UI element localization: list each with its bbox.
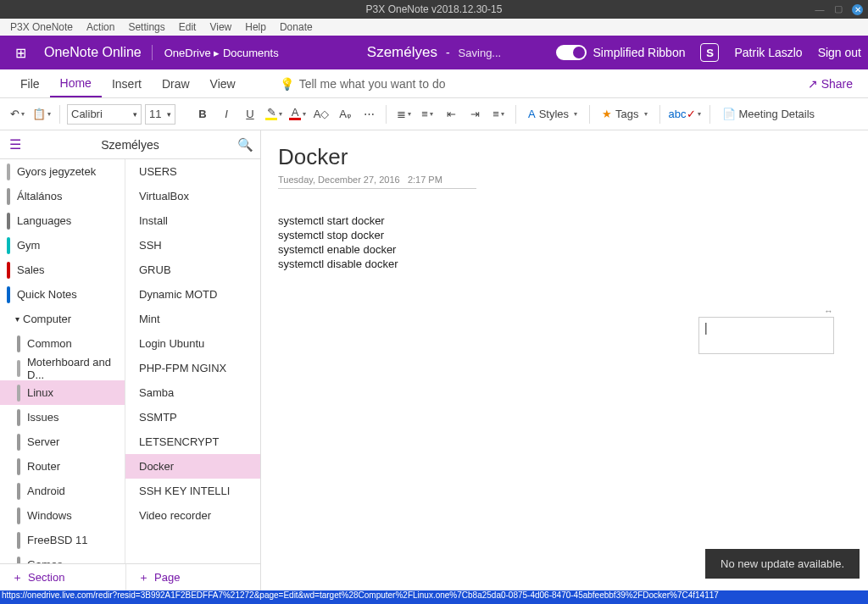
- meeting-details-button[interactable]: 📄Meeting Details: [717, 104, 821, 125]
- section-item[interactable]: Sales: [0, 258, 125, 282]
- indent-button[interactable]: ⇥: [465, 104, 485, 125]
- format-painter-button[interactable]: Aᵩ: [335, 104, 355, 125]
- plus-icon: ＋: [12, 570, 23, 585]
- notebook-name[interactable]: Személyes: [367, 44, 437, 61]
- app-launcher-icon[interactable]: ⊞: [7, 45, 34, 61]
- section-item[interactable]: Router: [0, 454, 125, 479]
- menu-action[interactable]: Action: [80, 21, 121, 33]
- italic-button[interactable]: I: [216, 104, 236, 125]
- section-item[interactable]: Linux: [0, 380, 125, 405]
- tab-home[interactable]: Home: [50, 69, 102, 97]
- section-item[interactable]: Quick Notes: [0, 282, 125, 307]
- add-section-button[interactable]: ＋Section: [0, 564, 125, 590]
- page-item[interactable]: SSMTP: [125, 405, 260, 429]
- section-item[interactable]: Gym: [0, 233, 125, 258]
- close-icon[interactable]: ✕: [852, 4, 863, 15]
- section-item[interactable]: Common: [0, 331, 125, 356]
- page-item[interactable]: USERS: [125, 159, 260, 184]
- page-item[interactable]: Mint: [125, 307, 260, 331]
- menu-edit[interactable]: Edit: [172, 21, 203, 33]
- font-color-button[interactable]: A: [287, 104, 308, 125]
- ribbon-toolbar: ↶ 📋 Calibri▾ 11▾ B I U ✎ A A◇ Aᵩ ⋯ ≣ ≡ ⇤…: [0, 98, 868, 130]
- note-editor[interactable]: Docker Tuesday, December 27, 2016 2:17 P…: [261, 130, 868, 590]
- clear-format-button[interactable]: A◇: [311, 104, 331, 125]
- more-format-button[interactable]: ⋯: [359, 104, 379, 125]
- menu-settings[interactable]: Settings: [121, 21, 171, 33]
- page-item[interactable]: SSH KEY INTELLI: [125, 479, 260, 503]
- note-body[interactable]: systemctl start dockersystemctl stop doc…: [278, 214, 851, 272]
- notebook-label[interactable]: Személyes: [31, 138, 230, 152]
- highlight-button[interactable]: ✎: [264, 104, 284, 125]
- tab-view[interactable]: View: [200, 69, 246, 97]
- section-item[interactable]: Moterhboard and D...: [0, 356, 125, 380]
- numbering-button[interactable]: ≡: [417, 104, 437, 125]
- page-item[interactable]: Video recorder: [125, 503, 260, 528]
- add-page-button[interactable]: ＋Page: [125, 564, 260, 590]
- ribbon-toggle[interactable]: [556, 45, 587, 60]
- page-item[interactable]: GRUB: [125, 258, 260, 282]
- page-item[interactable]: PHP-FPM NGINX: [125, 356, 260, 380]
- menu-donate[interactable]: Donate: [273, 21, 320, 33]
- menu-view[interactable]: View: [203, 21, 238, 33]
- section-item[interactable]: Languages: [0, 208, 125, 233]
- section-item[interactable]: Általános: [0, 184, 125, 208]
- share-icon: ↗: [808, 77, 818, 91]
- font-size-select[interactable]: 11▾: [145, 104, 175, 125]
- outdent-button[interactable]: ⇤: [441, 104, 461, 125]
- font-name-select[interactable]: Calibri▾: [67, 104, 142, 125]
- os-titlebar: P3X OneNote v2018.12.30-15 — ▢ ✕: [0, 0, 868, 19]
- tab-insert[interactable]: Insert: [102, 69, 152, 97]
- user-name[interactable]: Patrik Laszlo: [734, 46, 802, 59]
- navigation-pane: ☰ Személyes 🔍 Gyors jegyzetekÁltalánosLa…: [0, 130, 261, 590]
- minimize-icon[interactable]: —: [815, 4, 825, 14]
- align-button[interactable]: ≡: [488, 104, 509, 125]
- sign-out-link[interactable]: Sign out: [818, 46, 861, 59]
- page-item[interactable]: SSH: [125, 233, 260, 258]
- search-icon[interactable]: 🔍: [230, 137, 260, 152]
- page-item[interactable]: Docker: [125, 454, 260, 479]
- maximize-icon[interactable]: ▢: [833, 4, 843, 14]
- onenote-header: ⊞ OneNote Online OneDrive ▸ Documents Sz…: [0, 36, 868, 69]
- floating-text-box[interactable]: |: [698, 317, 834, 354]
- tell-me-search[interactable]: 💡 Tell me what you want to do: [280, 69, 446, 97]
- page-item[interactable]: Login Ubuntu: [125, 331, 260, 356]
- breadcrumb[interactable]: OneDrive ▸ Documents: [164, 47, 279, 59]
- ribbon-mode-label: Simplified Ribbon: [593, 46, 686, 59]
- section-item[interactable]: Server: [0, 429, 125, 454]
- hamburger-icon[interactable]: ☰: [0, 136, 31, 152]
- page-item[interactable]: Install: [125, 208, 260, 233]
- bullets-button[interactable]: ≣: [393, 104, 414, 125]
- section-item[interactable]: Issues: [0, 405, 125, 429]
- pages-list: USERSVirtualBoxInstallSSHGRUBDynamic MOT…: [125, 159, 260, 563]
- undo-button[interactable]: ↶: [7, 104, 27, 125]
- page-title[interactable]: Docker: [278, 144, 851, 170]
- sections-list: Gyors jegyzetekÁltalánosLanguagesGymSale…: [0, 159, 125, 563]
- skype-icon[interactable]: S: [700, 43, 719, 62]
- spellcheck-button[interactable]: abc✓: [667, 104, 703, 125]
- page-item[interactable]: VirtualBox: [125, 184, 260, 208]
- tab-draw[interactable]: Draw: [152, 69, 200, 97]
- menu-help[interactable]: Help: [238, 21, 273, 33]
- underline-button[interactable]: U: [240, 104, 260, 125]
- clipboard-button[interactable]: 📋: [31, 104, 53, 125]
- page-item[interactable]: Samba: [125, 380, 260, 405]
- tags-button[interactable]: ★Tags: [597, 104, 652, 125]
- section-item[interactable]: ▾Computer: [0, 307, 125, 331]
- lightbulb-icon: 💡: [280, 77, 294, 91]
- section-item[interactable]: Gyors jegyzetek: [0, 159, 125, 184]
- tab-file[interactable]: File: [10, 69, 50, 97]
- page-item[interactable]: Dynamic MOTD: [125, 282, 260, 307]
- app-menu: P3X OneNote Action Settings Edit View He…: [0, 19, 868, 36]
- section-item[interactable]: FreeBSD 11: [0, 528, 125, 552]
- ribbon-tabs: File Home Insert Draw View 💡 Tell me wha…: [0, 69, 868, 98]
- share-button[interactable]: ↗ Share: [808, 69, 858, 97]
- styles-button[interactable]: AStyles: [523, 104, 582, 125]
- page-item[interactable]: LETSENCRYPT: [125, 429, 260, 454]
- app-title[interactable]: OneNote Online: [34, 45, 153, 60]
- section-item[interactable]: Windows: [0, 503, 125, 528]
- window-title: P3X OneNote v2018.12.30-15: [366, 3, 503, 15]
- section-item[interactable]: Android: [0, 479, 125, 503]
- menu-p3x[interactable]: P3X OneNote: [3, 21, 80, 33]
- bold-button[interactable]: B: [192, 104, 213, 125]
- section-item[interactable]: Games: [0, 552, 125, 563]
